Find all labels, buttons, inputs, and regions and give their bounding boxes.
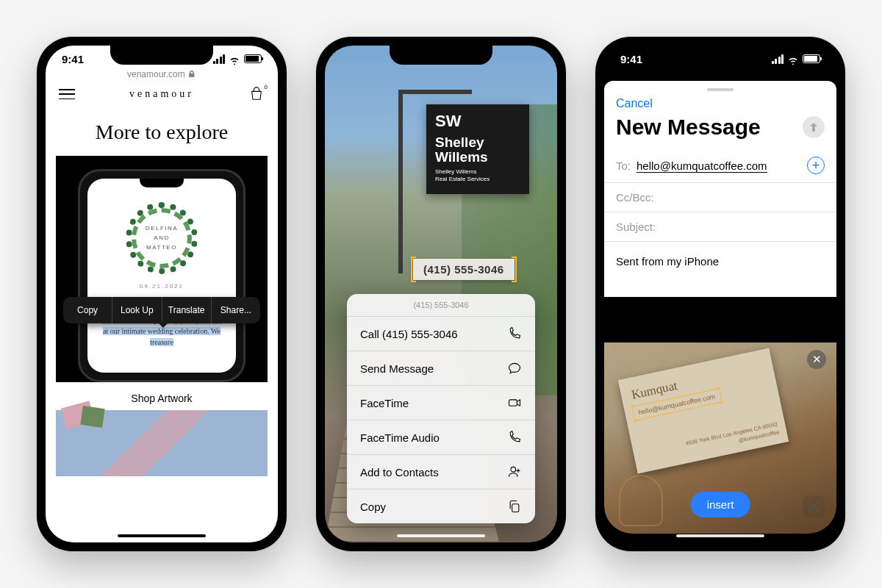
- menu-message[interactable]: Send Message: [347, 351, 535, 386]
- realtor-sign: SW Shelley Willems Shelley WillemsReal E…: [426, 104, 529, 194]
- to-field[interactable]: To: hello@kumquatcoffee.com +: [604, 148, 836, 183]
- close-scanner-button[interactable]: ✕: [807, 350, 826, 369]
- product-card: DELFINA AND MATTEO 09.21.2021 We would b…: [56, 156, 268, 382]
- hamburger-menu-icon[interactable]: [59, 89, 75, 99]
- svg-point-1: [511, 467, 516, 472]
- home-indicator[interactable]: [676, 534, 764, 537]
- phone-2-camera: SW Shelley Willems Shelley WillemsReal E…: [316, 37, 566, 551]
- to-value: hello@kumquatcoffee.com: [637, 159, 807, 172]
- phone-1-safari: 9:41 venamour.com 🔒︎ venamour 0 More to …: [37, 37, 287, 551]
- site-logo[interactable]: venamour: [129, 88, 194, 100]
- menu-call[interactable]: Call (415) 555-3046: [347, 317, 535, 351]
- svg-rect-0: [509, 400, 517, 406]
- menu-copy[interactable]: Copy: [347, 490, 535, 523]
- hand-outline: [619, 475, 663, 526]
- cellular-icon: [213, 54, 226, 64]
- product-image: DELFINA AND MATTEO 09.21.2021 We would b…: [78, 169, 245, 382]
- sign-name: Shelley Willems: [435, 135, 520, 165]
- message-icon: [507, 361, 522, 376]
- text-scanner-panel: ✕ Kumquat hello@kumquatcoffee.com 4936 Y…: [604, 343, 836, 534]
- svg-rect-2: [512, 504, 519, 512]
- copy-icon: [507, 499, 522, 514]
- insert-button[interactable]: insert: [691, 492, 750, 517]
- home-indicator[interactable]: [118, 534, 206, 537]
- status-time: 9:41: [62, 53, 84, 65]
- popover-lookup[interactable]: Look Up: [112, 297, 162, 323]
- status-bar: 9:41: [604, 46, 836, 72]
- video-icon: [507, 395, 522, 410]
- scene-signpost: [398, 90, 403, 273]
- subject-field[interactable]: Subject:: [604, 212, 836, 242]
- cc-label: Cc/Bcc:: [616, 191, 654, 204]
- status-bar: 9:41: [46, 46, 278, 72]
- cellular-icon: [772, 54, 784, 64]
- collage-image: [56, 410, 268, 476]
- cancel-button[interactable]: Cancel: [616, 97, 761, 110]
- popover-share[interactable]: Share...: [212, 297, 260, 323]
- status-time: 9:41: [620, 53, 642, 65]
- send-button[interactable]: [803, 116, 825, 138]
- phone-icon: [507, 326, 522, 341]
- battery-icon: [244, 54, 262, 63]
- sheet-grabber[interactable]: [707, 88, 734, 91]
- cc-bcc-field[interactable]: Cc/Bcc:: [604, 183, 836, 212]
- business-card: Kumquat hello@kumquatcoffee.com 4936 Yor…: [618, 348, 789, 474]
- mail-body[interactable]: Sent from my iPhone: [604, 242, 836, 297]
- wifi-icon: [787, 54, 799, 63]
- invite-names: DELFINA AND MATTEO: [146, 224, 178, 252]
- card-address: 4936 York Blvd Los Angeles CA 90042 @kum…: [684, 420, 780, 456]
- cart-badge: 0: [265, 84, 268, 90]
- context-menu-header: (415) 555-3046: [347, 294, 535, 317]
- cart-button[interactable]: 0: [248, 87, 265, 101]
- add-contact-icon: [507, 465, 522, 479]
- to-label: To:: [616, 159, 631, 172]
- live-text-icon: [807, 500, 820, 513]
- arrow-up-icon: [808, 121, 820, 133]
- home-indicator[interactable]: [397, 534, 485, 537]
- subject-label: Subject:: [616, 220, 656, 233]
- add-recipient-button[interactable]: +: [807, 157, 825, 174]
- menu-add-contact[interactable]: Add to Contacts: [347, 455, 535, 490]
- compose-title: New Message: [616, 115, 761, 140]
- popover-translate[interactable]: Translate: [162, 297, 212, 323]
- menu-facetime[interactable]: FaceTime: [347, 386, 535, 420]
- compose-header: Cancel New Message: [604, 81, 836, 148]
- popover-copy[interactable]: Copy: [63, 297, 112, 323]
- phone-3-mail: 9:41 Cancel New Message To:: [595, 37, 845, 551]
- wifi-icon: [229, 54, 240, 63]
- sign-initials: SW: [435, 112, 520, 131]
- live-text-button[interactable]: [803, 495, 825, 517]
- sign-subtitle: Shelley WillemsReal Estate Services: [435, 168, 520, 184]
- detected-phone-number[interactable]: (415) 555-3046: [413, 259, 514, 280]
- battery-icon: [803, 54, 820, 63]
- menu-facetime-audio[interactable]: FaceTime Audio: [347, 420, 535, 455]
- phone-icon: [507, 430, 522, 445]
- invite-date: 09.21.2021: [95, 283, 229, 290]
- phone-context-menu: (415) 555-3046 Call (415) 555-3046 Send …: [347, 294, 535, 523]
- wreath-graphic: DELFINA AND MATTEO: [121, 198, 202, 279]
- text-selection-popover: Copy Look Up Translate Share...: [63, 297, 260, 323]
- page-heading: More to explore: [46, 121, 278, 144]
